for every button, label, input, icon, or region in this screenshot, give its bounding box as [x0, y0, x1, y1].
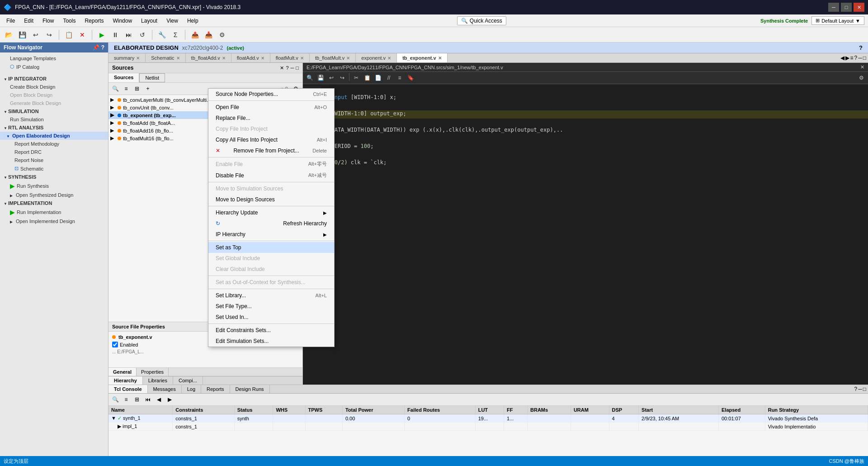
ed-bookmark-button[interactable]: 🔖 — [406, 73, 415, 83]
prop-tab-general[interactable]: General — [108, 368, 137, 376]
sources-close-button[interactable]: ✕ — [280, 65, 284, 71]
ctx-remove-file[interactable]: ✕ Remove File from Project... Delete — [208, 145, 334, 156]
ctx-hierarchy-update[interactable]: Hierarchy Update ▶ — [208, 207, 334, 218]
tab-tb-floatadd[interactable]: tb_floatAdd.v ✕ — [186, 53, 231, 62]
code-area[interactable]: input [WIDTH-1:0] x; [WIDTH-1:0] output_… — [303, 84, 868, 385]
ctx-set-as-top[interactable]: Set as Top — [208, 242, 334, 253]
btm-search-button[interactable]: 🔍 — [110, 395, 120, 404]
ctx-source-node-properties[interactable]: Source Node Properties... Ctrl+E — [208, 89, 334, 100]
nav-report-methodology[interactable]: Report Methodology — [0, 140, 108, 148]
toolbar-copy[interactable]: 📋 — [63, 29, 75, 41]
editor-path-close[interactable]: ✕ — [860, 64, 864, 70]
ed-copy-button[interactable]: 📋 — [362, 73, 372, 83]
tab-summary[interactable]: summary ✕ — [108, 53, 146, 62]
nav-open-elaborated-design[interactable]: Open Elaborated Design — [0, 132, 108, 140]
ctx-replace-file[interactable]: Replace File... — [208, 113, 334, 124]
tab-tb-floatmult[interactable]: tb_floatMult.v ✕ — [310, 53, 356, 62]
ctx-refresh-hierarchy[interactable]: ↻ Refresh Hierarchy — [208, 218, 334, 229]
btm-expand[interactable]: □ — [863, 386, 866, 392]
maximize-button[interactable]: □ — [841, 3, 852, 12]
tab-prev-button[interactable]: ◀ — [840, 55, 844, 61]
toolbar-publish[interactable]: 📤 — [189, 29, 201, 41]
flow-nav-help[interactable]: ? — [101, 44, 104, 51]
tab-help-button[interactable]: ? — [854, 55, 858, 61]
nav-run-implementation[interactable]: ▶Run Implementation — [0, 207, 108, 217]
ctx-open-file[interactable]: Open File Alt+O — [208, 102, 334, 113]
sources-minimize-button[interactable]: ─ — [291, 65, 294, 71]
btm-minimize[interactable]: ─ — [858, 386, 862, 392]
menu-view[interactable]: View — [162, 16, 183, 26]
toolbar-settings1[interactable]: 🔧 — [156, 29, 168, 41]
ed-undo-button[interactable]: ↩ — [326, 73, 336, 83]
ctx-set-library[interactable]: Set Library... Alt+L — [208, 290, 334, 301]
menu-tools[interactable]: Tools — [58, 16, 80, 26]
menu-file[interactable]: File — [2, 16, 19, 26]
ed-uncomment-button[interactable]: ≡ — [395, 73, 405, 83]
src-collapse-button[interactable]: ≡ — [121, 84, 131, 94]
tab-exponent-close[interactable]: ✕ — [387, 56, 391, 61]
nav-generate-block-design[interactable]: Generate Block Design — [0, 99, 108, 107]
ctx-ip-hierarchy[interactable]: IP Hierarchy ▶ — [208, 229, 334, 240]
menu-edit[interactable]: Edit — [19, 16, 38, 26]
minimize-button[interactable]: ─ — [828, 3, 839, 12]
src-tab-netlist[interactable]: Netlist — [139, 73, 165, 82]
btm-tab-reports[interactable]: Reports — [201, 385, 230, 393]
tab-next-button[interactable]: ▶ — [845, 55, 849, 61]
nav-report-noise[interactable]: Report Noise — [0, 156, 108, 164]
nav-open-implemented-design[interactable]: Open Implemented Design — [0, 217, 108, 225]
menu-reports[interactable]: Reports — [80, 16, 108, 26]
ctx-move-to-design[interactable]: Move to Design Sources — [208, 194, 334, 205]
nav-run-synthesis[interactable]: ▶Run Synthesis — [0, 181, 108, 191]
btm-tab-design-runs[interactable]: Design Runs — [230, 385, 270, 393]
nav-section-rtl[interactable]: RTL ANALYSIS — [0, 124, 108, 132]
tab-minimize-button[interactable]: ─ — [858, 55, 862, 61]
quick-access-search[interactable]: 🔍 Quick Access — [457, 16, 506, 25]
toolbar-settings2[interactable]: ⚙ — [216, 29, 228, 41]
btm-first-button[interactable]: ⏮ — [143, 395, 153, 404]
menu-flow[interactable]: Flow — [38, 16, 58, 26]
sources-help-button[interactable]: ? — [286, 65, 288, 71]
toolbar-open[interactable]: 📂 — [3, 29, 14, 41]
ctx-disable-file[interactable]: Disable File Alt+减号 — [208, 170, 334, 181]
nav-section-implementation[interactable]: IMPLEMENTATION — [0, 199, 108, 207]
tab-tb-floatmult-close[interactable]: ✕ — [346, 56, 350, 61]
ed-paste-button[interactable]: 📄 — [373, 73, 383, 83]
toolbar-receive[interactable]: 📥 — [203, 29, 214, 41]
nav-open-block-design[interactable]: Open Block Design — [0, 91, 108, 99]
btm-tab-tcl[interactable]: Tcl Console — [108, 385, 148, 393]
tab-summary-close[interactable]: ✕ — [136, 56, 140, 61]
btm-help[interactable]: ? — [854, 386, 858, 392]
src-add-button[interactable]: + — [143, 84, 153, 94]
ed-redo-button[interactable]: ↪ — [337, 73, 347, 83]
toolbar-reset[interactable]: ↺ — [137, 29, 148, 41]
menu-window[interactable]: Window — [108, 16, 137, 26]
ctx-edit-constraints-sets[interactable]: Edit Constraints Sets... — [208, 325, 334, 336]
src-enabled-checkbox[interactable] — [112, 342, 118, 347]
tab-list-button[interactable]: ≡ — [850, 55, 854, 61]
nav-ip-catalog[interactable]: ⬡IP Catalog — [0, 62, 108, 71]
toolbar-sigma[interactable]: Σ — [170, 29, 181, 41]
btm-next-button[interactable]: ▶ — [165, 395, 175, 404]
elab-help[interactable]: ? — [859, 44, 863, 51]
tab-floatadd-close[interactable]: ✕ — [261, 56, 264, 61]
nav-run-simulation[interactable]: Run Simulation — [0, 115, 108, 124]
ctx-edit-simulation-sets[interactable]: Edit Simulation Sets... — [208, 336, 334, 347]
sources-expand-button[interactable]: □ — [296, 65, 299, 71]
ed-save-button[interactable]: 💾 — [316, 73, 326, 83]
flow-nav-pin[interactable]: 📌 — [93, 44, 99, 51]
tab-floatadd[interactable]: floatAdd.v ✕ — [231, 53, 270, 62]
src-btm-libraries[interactable]: Libraries — [143, 376, 173, 385]
src-btm-compile[interactable]: Compi... — [173, 376, 203, 385]
tab-tb-exponent-close[interactable]: ✕ — [438, 56, 442, 61]
ed-search-button[interactable]: 🔍 — [305, 73, 315, 83]
close-button[interactable]: ✕ — [854, 3, 864, 12]
toolbar-redo[interactable]: ↪ — [43, 29, 55, 41]
src-btm-hierarchy[interactable]: Hierarchy — [108, 376, 143, 385]
btm-filter-button[interactable]: ⊞ — [132, 395, 142, 404]
nav-report-drc[interactable]: Report DRC — [0, 148, 108, 156]
nav-create-block-design[interactable]: Create Block Design — [0, 83, 108, 91]
ctx-copy-all-files[interactable]: Copy All Files Into Project Alt+I — [208, 134, 334, 145]
src-search-button[interactable]: 🔍 — [110, 84, 120, 94]
btm-tab-messages[interactable]: Messages — [148, 385, 182, 393]
src-tab-sources[interactable]: Sources — [108, 73, 139, 82]
